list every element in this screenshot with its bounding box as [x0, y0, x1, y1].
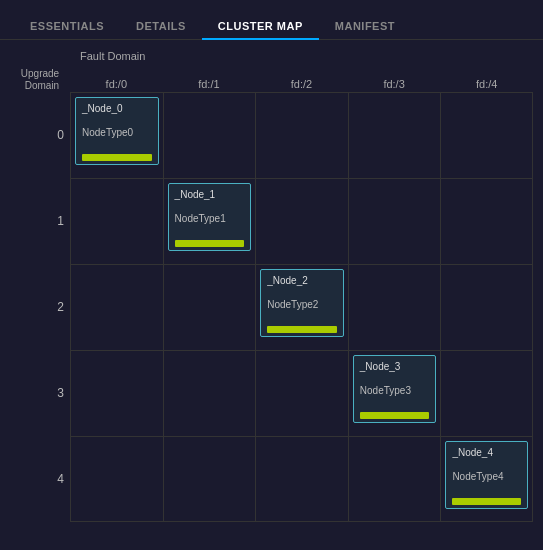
node-type-_Node_2: NodeType2 [267, 298, 337, 311]
main-navigation: ESSENTIALSDETAILSCLUSTER MAPMANIFEST [0, 14, 543, 40]
grid-cell-r2-c0 [70, 265, 163, 350]
grid-row-3: _Node_3NodeType3 [70, 350, 533, 436]
node-card-_Node_1[interactable]: _Node_1NodeType1 [168, 183, 252, 251]
grid-cell-r0-c0: _Node_0NodeType0 [70, 93, 163, 178]
grid-row-1: _Node_1NodeType1 [70, 178, 533, 264]
grid-cell-r0-c4 [440, 93, 533, 178]
grid-cell-r4-c3 [348, 437, 441, 521]
node-status-bar-_Node_0 [82, 154, 152, 161]
upgrade-domain-header: UpgradeDomain [10, 64, 70, 92]
fd-header-2: fd:/2 [255, 64, 348, 92]
nav-item-cluster-map[interactable]: CLUSTER MAP [202, 14, 319, 40]
node-name-_Node_2: _Node_2 [267, 274, 337, 287]
fd-headers-row: fd:/0fd:/1fd:/2fd:/3fd:/4 [70, 64, 533, 92]
grid-cell-r0-c1 [163, 93, 256, 178]
grid-cell-r4-c4: _Node_4NodeType4 [440, 437, 533, 521]
nav-item-essentials[interactable]: ESSENTIALS [14, 14, 120, 40]
node-name-_Node_1: _Node_1 [175, 188, 245, 201]
cluster-grid: UpgradeDomain 01234 fd:/0fd:/1fd:/2fd:/3… [10, 64, 533, 522]
main-content: Fault Domain UpgradeDomain 01234 fd:/0fd… [0, 40, 543, 522]
ud-row-label-1: 1 [10, 178, 70, 264]
nav-item-details[interactable]: DETAILS [120, 14, 202, 40]
fd-header-0: fd:/0 [70, 64, 163, 92]
grid-cell-r4-c0 [70, 437, 163, 521]
fd-header-3: fd:/3 [348, 64, 441, 92]
node-card-_Node_3[interactable]: _Node_3NodeType3 [353, 355, 437, 423]
page-header [0, 0, 543, 10]
grid-cell-r2-c1 [163, 265, 256, 350]
grid-row-2: _Node_2NodeType2 [70, 264, 533, 350]
grid-cell-r2-c4 [440, 265, 533, 350]
fault-domain-label: Fault Domain [80, 50, 533, 62]
grid-cell-r2-c3 [348, 265, 441, 350]
node-status-bar-_Node_4 [452, 498, 521, 505]
grid-cell-r4-c1 [163, 437, 256, 521]
node-card-_Node_4[interactable]: _Node_4NodeType4 [445, 441, 528, 509]
grid-row-4: _Node_4NodeType4 [70, 436, 533, 522]
grid-cell-r3-c1 [163, 351, 256, 436]
ud-row-label-3: 3 [10, 350, 70, 436]
grid-cell-r1-c1: _Node_1NodeType1 [163, 179, 256, 264]
nav-item-manifest[interactable]: MANIFEST [319, 14, 411, 40]
ud-row-label-2: 2 [10, 264, 70, 350]
fd-header-1: fd:/1 [163, 64, 256, 92]
node-type-_Node_1: NodeType1 [175, 212, 245, 225]
grid-cell-r2-c2: _Node_2NodeType2 [255, 265, 348, 350]
node-status-bar-_Node_3 [360, 412, 430, 419]
grid-cell-r3-c0 [70, 351, 163, 436]
grid-cell-r4-c2 [255, 437, 348, 521]
upgrade-domain-column: UpgradeDomain 01234 [10, 64, 70, 522]
node-name-_Node_0: _Node_0 [82, 102, 152, 115]
node-name-_Node_4: _Node_4 [452, 446, 521, 459]
node-name-_Node_3: _Node_3 [360, 360, 430, 373]
ud-row-label-4: 4 [10, 436, 70, 522]
node-type-_Node_3: NodeType3 [360, 384, 430, 397]
grid-cell-r1-c2 [255, 179, 348, 264]
node-card-_Node_2[interactable]: _Node_2NodeType2 [260, 269, 344, 337]
node-card-_Node_0[interactable]: _Node_0NodeType0 [75, 97, 159, 165]
grid-rows: _Node_0NodeType0_Node_1NodeType1_Node_2N… [70, 92, 533, 522]
node-type-_Node_4: NodeType4 [452, 470, 521, 483]
node-status-bar-_Node_1 [175, 240, 245, 247]
grid-cell-r0-c3 [348, 93, 441, 178]
node-type-_Node_0: NodeType0 [82, 126, 152, 139]
ud-row-label-0: 0 [10, 92, 70, 178]
grid-row-0: _Node_0NodeType0 [70, 92, 533, 178]
grid-cell-r1-c0 [70, 179, 163, 264]
grid-cell-r0-c2 [255, 93, 348, 178]
grid-cell-r3-c2 [255, 351, 348, 436]
grid-cell-r3-c3: _Node_3NodeType3 [348, 351, 441, 436]
grid-cell-r1-c3 [348, 179, 441, 264]
grid-main: fd:/0fd:/1fd:/2fd:/3fd:/4 _Node_0NodeTyp… [70, 64, 533, 522]
node-status-bar-_Node_2 [267, 326, 337, 333]
grid-cell-r3-c4 [440, 351, 533, 436]
fd-header-4: fd:/4 [440, 64, 533, 92]
grid-cell-r1-c4 [440, 179, 533, 264]
